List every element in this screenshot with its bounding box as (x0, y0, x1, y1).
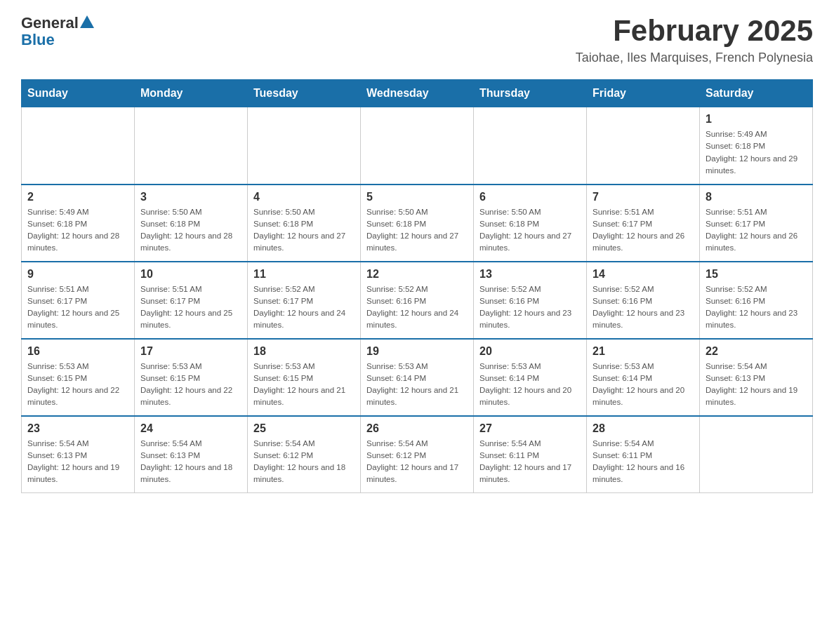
calendar-week-row: 16Sunrise: 5:53 AMSunset: 6:15 PMDayligh… (22, 339, 813, 416)
calendar-cell (361, 107, 474, 185)
day-number: 21 (593, 345, 694, 358)
month-title: February 2025 (576, 14, 813, 48)
day-number: 8 (706, 191, 807, 203)
calendar-cell (248, 107, 361, 185)
day-info: Sunrise: 5:54 AMSunset: 6:12 PMDaylight:… (253, 438, 355, 486)
calendar-cell: 26Sunrise: 5:54 AMSunset: 6:12 PMDayligh… (361, 416, 474, 493)
day-number: 27 (479, 422, 581, 435)
calendar-cell: 8Sunrise: 5:51 AMSunset: 6:17 PMDaylight… (700, 185, 813, 262)
day-info: Sunrise: 5:50 AMSunset: 6:18 PMDaylight:… (366, 206, 468, 255)
calendar-cell: 27Sunrise: 5:54 AMSunset: 6:11 PMDayligh… (474, 416, 587, 493)
logo-general-text: General (21, 14, 79, 32)
calendar-header-tuesday: Tuesday (248, 80, 361, 107)
logo-triangle-icon (80, 15, 94, 28)
day-number: 4 (253, 191, 355, 203)
calendar-week-row: 9Sunrise: 5:51 AMSunset: 6:17 PMDaylight… (22, 262, 813, 339)
day-info: Sunrise: 5:50 AMSunset: 6:18 PMDaylight:… (253, 206, 355, 255)
day-number: 16 (27, 345, 128, 358)
day-info: Sunrise: 5:53 AMSunset: 6:15 PMDaylight:… (253, 361, 355, 409)
calendar-cell: 6Sunrise: 5:50 AMSunset: 6:18 PMDaylight… (474, 185, 587, 262)
day-info: Sunrise: 5:53 AMSunset: 6:15 PMDaylight:… (27, 361, 128, 409)
calendar-cell: 25Sunrise: 5:54 AMSunset: 6:12 PMDayligh… (248, 416, 361, 493)
logo-blue-text: Blue (21, 31, 94, 49)
calendar-cell: 14Sunrise: 5:52 AMSunset: 6:16 PMDayligh… (587, 262, 700, 339)
logo: General Blue (21, 14, 94, 49)
day-number: 5 (366, 191, 468, 203)
day-info: Sunrise: 5:54 AMSunset: 6:13 PMDaylight:… (706, 361, 807, 409)
day-info: Sunrise: 5:53 AMSunset: 6:14 PMDaylight:… (479, 361, 581, 409)
calendar-cell: 28Sunrise: 5:54 AMSunset: 6:11 PMDayligh… (587, 416, 700, 493)
calendar-header-friday: Friday (587, 80, 700, 107)
day-info: Sunrise: 5:53 AMSunset: 6:15 PMDaylight:… (140, 361, 241, 409)
calendar-cell: 15Sunrise: 5:52 AMSunset: 6:16 PMDayligh… (700, 262, 813, 339)
calendar-cell (587, 107, 700, 185)
day-info: Sunrise: 5:49 AMSunset: 6:18 PMDaylight:… (706, 128, 807, 177)
calendar-cell (135, 107, 248, 185)
day-number: 12 (366, 268, 468, 281)
day-number: 23 (27, 422, 128, 435)
day-number: 24 (140, 422, 241, 435)
day-number: 6 (479, 191, 581, 203)
day-info: Sunrise: 5:50 AMSunset: 6:18 PMDaylight:… (479, 206, 581, 255)
day-number: 22 (706, 345, 807, 358)
day-info: Sunrise: 5:54 AMSunset: 6:13 PMDaylight:… (27, 438, 128, 486)
location-subtitle: Taiohae, Iles Marquises, French Polynesi… (576, 51, 813, 65)
calendar-cell: 17Sunrise: 5:53 AMSunset: 6:15 PMDayligh… (135, 339, 248, 416)
day-info: Sunrise: 5:52 AMSunset: 6:16 PMDaylight:… (706, 283, 807, 332)
calendar-cell (700, 416, 813, 493)
calendar-cell: 21Sunrise: 5:53 AMSunset: 6:14 PMDayligh… (587, 339, 700, 416)
day-info: Sunrise: 5:54 AMSunset: 6:11 PMDaylight:… (479, 438, 581, 486)
calendar-cell: 2Sunrise: 5:49 AMSunset: 6:18 PMDaylight… (22, 185, 135, 262)
day-info: Sunrise: 5:52 AMSunset: 6:16 PMDaylight:… (479, 283, 581, 332)
day-number: 14 (593, 268, 694, 281)
day-number: 13 (479, 268, 581, 281)
calendar-cell: 19Sunrise: 5:53 AMSunset: 6:14 PMDayligh… (361, 339, 474, 416)
calendar-cell: 13Sunrise: 5:52 AMSunset: 6:16 PMDayligh… (474, 262, 587, 339)
calendar-cell: 11Sunrise: 5:52 AMSunset: 6:17 PMDayligh… (248, 262, 361, 339)
day-info: Sunrise: 5:51 AMSunset: 6:17 PMDaylight:… (706, 206, 807, 255)
calendar-cell: 18Sunrise: 5:53 AMSunset: 6:15 PMDayligh… (248, 339, 361, 416)
day-number: 7 (593, 191, 694, 203)
calendar-table: SundayMondayTuesdayWednesdayThursdayFrid… (21, 79, 813, 493)
page-header: General Blue February 2025 Taiohae, Iles… (21, 14, 813, 65)
day-number: 15 (706, 268, 807, 281)
day-number: 1 (706, 113, 807, 126)
day-info: Sunrise: 5:53 AMSunset: 6:14 PMDaylight:… (366, 361, 468, 409)
day-info: Sunrise: 5:52 AMSunset: 6:16 PMDaylight:… (366, 283, 468, 332)
day-number: 19 (366, 345, 468, 358)
day-number: 28 (593, 422, 694, 435)
day-info: Sunrise: 5:52 AMSunset: 6:17 PMDaylight:… (253, 283, 355, 332)
calendar-cell: 10Sunrise: 5:51 AMSunset: 6:17 PMDayligh… (135, 262, 248, 339)
day-number: 17 (140, 345, 241, 358)
day-info: Sunrise: 5:51 AMSunset: 6:17 PMDaylight:… (140, 283, 241, 332)
calendar-cell: 5Sunrise: 5:50 AMSunset: 6:18 PMDaylight… (361, 185, 474, 262)
day-info: Sunrise: 5:51 AMSunset: 6:17 PMDaylight:… (27, 283, 128, 332)
calendar-week-row: 1Sunrise: 5:49 AMSunset: 6:18 PMDaylight… (22, 107, 813, 185)
calendar-header-thursday: Thursday (474, 80, 587, 107)
calendar-cell (22, 107, 135, 185)
calendar-cell: 3Sunrise: 5:50 AMSunset: 6:18 PMDaylight… (135, 185, 248, 262)
day-number: 11 (253, 268, 355, 281)
calendar-cell: 20Sunrise: 5:53 AMSunset: 6:14 PMDayligh… (474, 339, 587, 416)
calendar-header-saturday: Saturday (700, 80, 813, 107)
day-info: Sunrise: 5:53 AMSunset: 6:14 PMDaylight:… (593, 361, 694, 409)
calendar-header-wednesday: Wednesday (361, 80, 474, 107)
day-number: 25 (253, 422, 355, 435)
calendar-cell: 1Sunrise: 5:49 AMSunset: 6:18 PMDaylight… (700, 107, 813, 185)
day-number: 2 (27, 191, 128, 203)
day-number: 9 (27, 268, 128, 281)
day-info: Sunrise: 5:50 AMSunset: 6:18 PMDaylight:… (140, 206, 241, 255)
day-info: Sunrise: 5:52 AMSunset: 6:16 PMDaylight:… (593, 283, 694, 332)
calendar-header-row: SundayMondayTuesdayWednesdayThursdayFrid… (22, 80, 813, 107)
calendar-cell: 12Sunrise: 5:52 AMSunset: 6:16 PMDayligh… (361, 262, 474, 339)
calendar-cell: 9Sunrise: 5:51 AMSunset: 6:17 PMDaylight… (22, 262, 135, 339)
title-section: February 2025 Taiohae, Iles Marquises, F… (576, 14, 813, 65)
calendar-cell: 22Sunrise: 5:54 AMSunset: 6:13 PMDayligh… (700, 339, 813, 416)
day-info: Sunrise: 5:54 AMSunset: 6:12 PMDaylight:… (366, 438, 468, 486)
day-number: 26 (366, 422, 468, 435)
calendar-cell (474, 107, 587, 185)
calendar-cell: 7Sunrise: 5:51 AMSunset: 6:17 PMDaylight… (587, 185, 700, 262)
calendar-cell: 23Sunrise: 5:54 AMSunset: 6:13 PMDayligh… (22, 416, 135, 493)
day-info: Sunrise: 5:54 AMSunset: 6:11 PMDaylight:… (593, 438, 694, 486)
calendar-week-row: 2Sunrise: 5:49 AMSunset: 6:18 PMDaylight… (22, 185, 813, 262)
